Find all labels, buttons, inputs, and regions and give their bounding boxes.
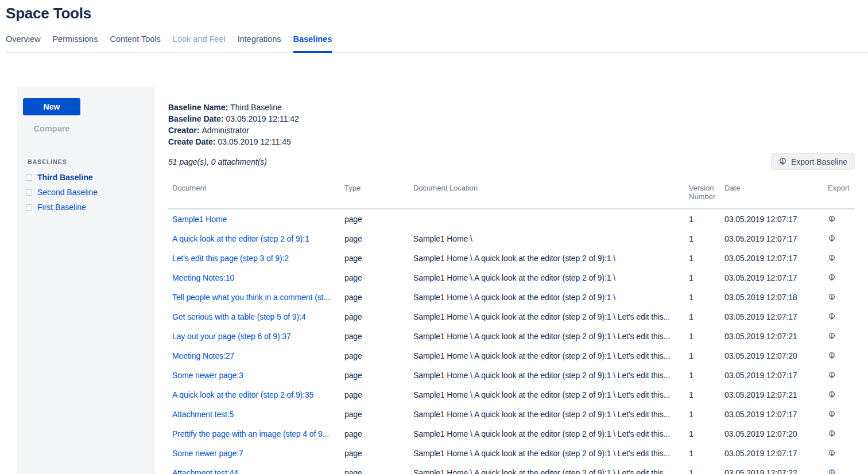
document-date: 03.05.2019 12:07:21 <box>720 332 824 341</box>
tab[interactable]: Permissions <box>52 34 98 53</box>
export-document-icon[interactable] <box>828 468 836 474</box>
version-number: 1 <box>685 351 720 360</box>
export-document-icon[interactable] <box>828 351 836 360</box>
document-location: Sample1 Home \ A quick look at the edito… <box>409 273 685 282</box>
baseline-link[interactable]: First Baseline <box>37 203 86 212</box>
export-document-icon[interactable] <box>828 409 836 418</box>
document-link[interactable]: Attachment test:44 <box>172 468 238 474</box>
table-row: Attachment test:44 page Sample1 Home \ A… <box>168 463 855 474</box>
document-link[interactable]: Some newer page:7 <box>172 449 243 458</box>
version-number: 1 <box>685 410 720 419</box>
document-date: 03.05.2019 12:07:22 <box>720 468 824 474</box>
document-location: Sample1 Home \ A quick look at the edito… <box>409 410 685 419</box>
tab[interactable]: Content Tools <box>110 34 160 53</box>
detail-line: Creator:Administrator <box>168 125 855 136</box>
detail-label: Create Date: <box>168 137 215 146</box>
document-location: Sample1 Home \ A quick look at the edito… <box>409 468 685 474</box>
column-header-export: Export <box>824 184 855 201</box>
baseline-list-item: Third Baseline <box>17 170 154 185</box>
export-document-icon[interactable] <box>828 370 836 379</box>
baseline-link[interactable]: Third Baseline <box>37 173 92 182</box>
document-location: Sample1 Home \ A quick look at the edito… <box>409 332 685 341</box>
tab[interactable]: Look and Feel <box>173 34 226 53</box>
export-document-icon[interactable] <box>828 331 836 340</box>
tab[interactable]: Baselines <box>293 34 332 53</box>
new-button[interactable]: New <box>23 98 80 115</box>
document-location: Sample1 Home \ A quick look at the edito… <box>409 312 685 321</box>
baseline-link[interactable]: Second Baseline <box>37 188 98 197</box>
document-link[interactable]: A quick look at the editor (step 2 of 9)… <box>172 234 309 243</box>
version-number: 1 <box>685 293 720 302</box>
document-date: 03.05.2019 12:07:21 <box>720 390 824 399</box>
export-document-icon[interactable] <box>828 234 836 243</box>
page-title: Space Tools <box>6 0 868 22</box>
document-type: page <box>340 429 409 438</box>
baseline-checkbox[interactable] <box>26 174 32 181</box>
export-document-icon[interactable] <box>828 253 836 262</box>
baseline-detail-panel: Baseline Name:Third Baseline Baseline Da… <box>154 87 868 474</box>
sidebar: New Compare BASELINES Third Baseline Sec… <box>17 87 154 474</box>
document-link[interactable]: Let's edit this page (step 3 of 9):2 <box>172 254 289 263</box>
column-header-type: Type <box>340 184 409 201</box>
document-date: 03.05.2019 12:07:20 <box>720 429 824 438</box>
column-header-date: Date <box>720 184 824 201</box>
table-header: Document Type Document Location Version … <box>168 180 855 209</box>
table-row: Some newer page:3 page Sample1 Home \ A … <box>168 366 855 385</box>
export-document-icon[interactable] <box>828 312 836 321</box>
document-link[interactable]: A quick look at the editor (step 2 of 9)… <box>172 390 313 399</box>
document-link[interactable]: Sample1 Home <box>172 215 227 224</box>
document-type: page <box>340 234 409 243</box>
baseline-details: Baseline Name:Third Baseline Baseline Da… <box>168 102 855 147</box>
table-body: Sample1 Home page 1 03.05.2019 12:07:17 <box>168 209 855 474</box>
table-row: Let's edit this page (step 3 of 9):2 pag… <box>168 248 855 268</box>
document-type: page <box>340 215 409 224</box>
document-link[interactable]: Meeting Notes:10 <box>172 273 234 282</box>
document-location: Sample1 Home \ A quick look at the edito… <box>409 371 685 380</box>
document-link[interactable]: Some newer page:3 <box>172 371 243 380</box>
export-baseline-label: Export Baseline <box>791 157 847 166</box>
detail-value: Third Baseline <box>230 103 282 112</box>
document-link[interactable]: Lay out your page (step 6 of 9):37 <box>172 332 291 341</box>
document-type: page <box>340 371 409 380</box>
detail-label: Creator: <box>168 126 199 135</box>
document-link[interactable]: Get serious with a table (step 5 of 9):4 <box>172 312 306 321</box>
document-type: page <box>340 390 409 399</box>
version-number: 1 <box>685 312 720 321</box>
document-type: page <box>340 293 409 302</box>
documents-table: Document Type Document Location Version … <box>168 180 855 474</box>
document-date: 03.05.2019 12:07:17 <box>720 273 824 282</box>
version-number: 1 <box>685 332 720 341</box>
document-type: page <box>340 312 409 321</box>
export-document-icon[interactable] <box>828 390 836 399</box>
baselines-section-label: BASELINES <box>28 158 154 165</box>
document-type: page <box>340 254 409 263</box>
table-row: A quick look at the editor (step 2 of 9)… <box>168 229 855 248</box>
summary-row: 51 page(s), 0 attachment(s) Export Basel… <box>168 153 855 170</box>
document-date: 03.05.2019 12:07:17 <box>720 254 824 263</box>
baseline-checkbox[interactable] <box>26 189 32 196</box>
document-type: page <box>340 449 409 458</box>
document-link[interactable]: Tell people what you think in a comment … <box>172 293 330 302</box>
table-row: Attachment test:5 page Sample1 Home \ A … <box>168 405 855 424</box>
detail-line: Create Date:03.05.2019 12:11:45 <box>168 136 855 147</box>
baseline-checkbox[interactable] <box>26 204 32 211</box>
document-link[interactable]: Prettify the page with an image (step 4 … <box>172 429 329 438</box>
export-document-icon[interactable] <box>828 429 836 438</box>
tab[interactable]: Integrations <box>238 34 281 53</box>
compare-button[interactable]: Compare <box>23 124 80 133</box>
table-row: A quick look at the editor (step 2 of 9)… <box>168 385 855 405</box>
export-document-icon[interactable] <box>828 273 836 282</box>
export-document-icon[interactable] <box>828 448 836 457</box>
version-number: 1 <box>685 273 720 282</box>
version-number: 1 <box>685 215 720 224</box>
document-type: page <box>340 273 409 282</box>
document-type: page <box>340 468 409 474</box>
export-document-icon[interactable] <box>828 214 836 223</box>
export-baseline-button[interactable]: Export Baseline <box>771 153 855 170</box>
tab[interactable]: Overview <box>6 34 40 53</box>
document-type: page <box>340 332 409 341</box>
column-header-version: Version Number <box>685 184 720 201</box>
document-link[interactable]: Attachment test:5 <box>172 410 234 419</box>
document-link[interactable]: Meeting Notes:27 <box>172 351 234 360</box>
export-document-icon[interactable] <box>828 292 836 301</box>
